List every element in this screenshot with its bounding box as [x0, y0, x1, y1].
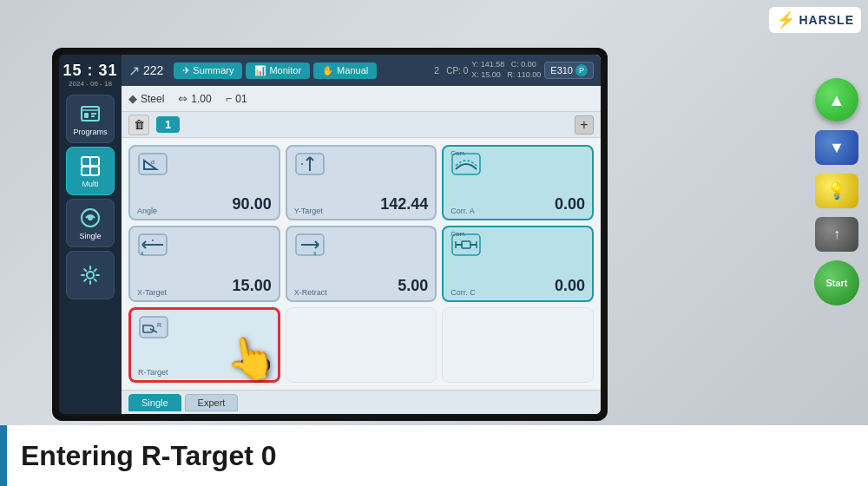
p-badge: P: [575, 64, 588, 76]
rtarget-value: 0.00: [240, 357, 271, 375]
start-button[interactable]: Start: [814, 260, 859, 305]
corrc-value: 0.00: [555, 277, 585, 295]
corr-a-top-label: Corr.: [450, 149, 465, 157]
page-number: 2: [434, 65, 439, 76]
param-angle[interactable]: α 90.00 Angle: [128, 145, 280, 220]
svg-point-9: [88, 215, 93, 220]
param-corr-a[interactable]: Corr. 0.00 Corr. A: [442, 145, 594, 220]
coord-display: Y: 141.58 C: 0.00 X: 15.00 R: 110.00: [471, 60, 541, 80]
manual-label: Manual: [337, 65, 368, 76]
multi-icon: [78, 154, 102, 178]
rtarget-icon-row: R: [138, 315, 169, 339]
date-display: 2024 - 06 - 18: [62, 80, 117, 88]
sidebar-item-settings[interactable]: [66, 251, 115, 299]
material-value: Steel: [141, 93, 164, 105]
xretract-value: 5.00: [398, 277, 428, 295]
xretract-icon-row: x: [294, 233, 326, 257]
caption-accent: [0, 425, 7, 486]
sidebar-item-multi[interactable]: Multi: [66, 147, 115, 195]
screen: 15 : 31 2024 - 06 - 18 Programs: [59, 55, 601, 414]
add-button[interactable]: +: [575, 115, 594, 135]
ytarget-value: 142.44: [380, 195, 428, 213]
angle-param-icon: α: [137, 152, 168, 176]
sidebar-item-programs[interactable]: Programs: [66, 95, 115, 143]
rtarget-label: R-Target: [138, 368, 168, 377]
rtarget-icon: R: [138, 315, 169, 339]
params-grid: α 90.00 Angle 142.44: [122, 138, 601, 390]
info-row: ◆ Steel ⇔ 1.00 ⌐ 01: [122, 86, 601, 112]
svg-rect-5: [90, 157, 99, 166]
svg-rect-3: [91, 115, 95, 117]
sidebar-item-single[interactable]: Single: [66, 199, 115, 247]
thickness-icon: ⇔: [178, 92, 187, 105]
svg-rect-6: [82, 167, 90, 175]
param-empty-1: [286, 307, 437, 383]
svg-rect-1: [84, 113, 89, 118]
gear-icon: [78, 263, 102, 287]
corra-label: Corr. A: [450, 207, 475, 215]
xtarget-label: X-Target: [137, 288, 167, 297]
param-empty-2: [442, 307, 594, 383]
tab-single[interactable]: Single: [128, 394, 181, 411]
die-icon: ⌐: [226, 92, 233, 105]
xtarget-icon-row: x: [137, 233, 168, 257]
param-corr-c[interactable]: Corr. 0.00 Corr. C: [442, 226, 594, 301]
screen-bezel: 15 : 31 2024 - 06 - 18 Programs: [52, 48, 608, 421]
corrc-label: Corr. C: [450, 288, 476, 297]
thickness-value: 1.00: [191, 93, 211, 105]
logo-text: HARSLE: [799, 13, 854, 27]
nav-summary[interactable]: ✈ Summary: [174, 62, 242, 79]
svg-rect-7: [90, 167, 99, 175]
svg-point-10: [87, 272, 94, 279]
logo-area: ⚡ HARSLE: [769, 7, 861, 33]
manual-icon: ✋: [322, 65, 334, 76]
toolbar-row: 🗑 1 +: [122, 112, 601, 138]
ytarget-label: Y-Target: [294, 207, 323, 215]
xretract-label: X-Retract: [294, 288, 327, 297]
tab-expert[interactable]: Expert: [185, 394, 239, 411]
corra-value: 0.00: [555, 195, 585, 213]
info-button[interactable]: ↑: [815, 217, 858, 252]
time-display: 15 : 31: [62, 62, 117, 80]
programs-label: Programs: [73, 128, 107, 136]
svg-rect-2: [91, 113, 96, 115]
angle-icon-row: α: [137, 152, 168, 176]
logo-icon: ⚡: [776, 10, 795, 30]
multi-label: Multi: [82, 180, 98, 188]
monitor-label: Monitor: [269, 65, 301, 76]
material-icon: ◆: [128, 92, 137, 105]
caption-bar: Entering R-Target 0: [0, 425, 868, 486]
top-bar: ↗ 222 ✈ Summary 📊 Monitor ✋ Manual 2 CP:…: [122, 55, 601, 86]
monitor-icon: 📊: [254, 65, 266, 76]
material-info: ◆ Steel: [128, 92, 164, 105]
top-bar-number: 222: [143, 63, 163, 77]
die-value: 01: [235, 93, 247, 105]
svg-text:x: x: [141, 250, 144, 256]
corr-c-top-label: Corr.: [450, 230, 465, 238]
model-text: E310: [550, 65, 573, 76]
summary-label: Summary: [193, 65, 233, 76]
param-x-target[interactable]: x 15.00 X-Target: [128, 226, 280, 301]
xretract-icon: x: [294, 233, 326, 257]
light-button[interactable]: 💡: [815, 174, 858, 208]
delete-button[interactable]: 🗑: [128, 115, 149, 135]
down-button[interactable]: ▼: [815, 130, 858, 165]
svg-text:x: x: [313, 250, 317, 256]
param-y-target[interactable]: 142.44 Y-Target: [286, 145, 437, 220]
right-controls: ▲ ▼ 💡 ↑ Start: [814, 78, 859, 305]
angle-value: 90.00: [233, 195, 272, 213]
single-label: Single: [79, 232, 101, 240]
param-x-retract[interactable]: x 5.00 X-Retract: [286, 226, 437, 301]
programs-icon: [78, 102, 102, 126]
nav-monitor[interactable]: 📊 Monitor: [246, 62, 310, 79]
xtarget-value: 15.00: [233, 277, 272, 295]
die-info: ⌐ 01: [226, 92, 247, 105]
nav-manual[interactable]: ✋ Manual: [313, 62, 377, 79]
up-button[interactable]: ▲: [815, 78, 858, 122]
cp-indicator: CP: 0: [446, 66, 468, 76]
thickness-info: ⇔ 1.00: [178, 92, 211, 105]
main-content: ↗ 222 ✈ Summary 📊 Monitor ✋ Manual 2 CP:…: [122, 55, 601, 414]
param-r-target[interactable]: R 0.00 R-Target: [128, 307, 280, 383]
model-badge: E310 P: [544, 62, 594, 79]
angle-icon: ↗: [128, 62, 140, 79]
